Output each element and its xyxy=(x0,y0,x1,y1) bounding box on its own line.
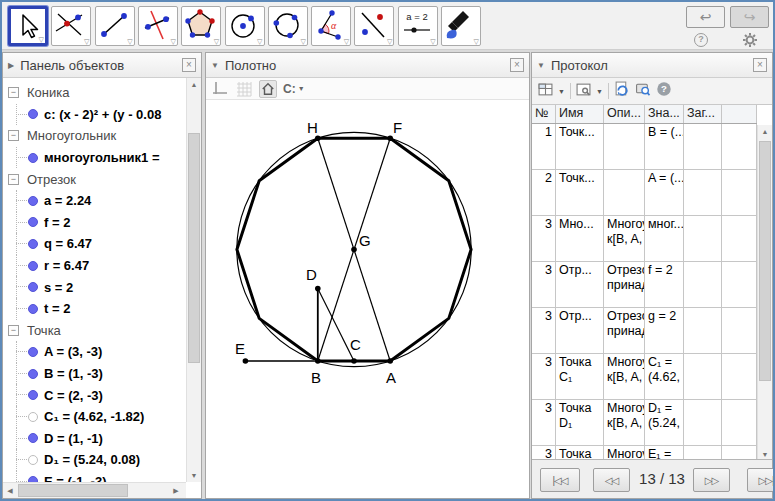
table-row[interactable]: 3Мно...Многоук[B, A,мног... xyxy=(532,216,757,262)
collapse-toggle-icon[interactable]: − xyxy=(8,87,19,98)
tree-item[interactable]: E = (-1, -3) xyxy=(3,471,186,482)
collapse-toggle-icon[interactable]: − xyxy=(8,174,19,185)
help-icon[interactable]: ? xyxy=(694,33,708,47)
tree-item[interactable]: f = 2 xyxy=(3,212,186,234)
visibility-dot[interactable] xyxy=(28,390,38,400)
tree-item[interactable]: B = (1, -3) xyxy=(3,363,186,385)
nav-last-button[interactable]: ▷▷| xyxy=(747,468,775,492)
visibility-dot[interactable] xyxy=(28,347,38,357)
visibility-dot[interactable] xyxy=(28,282,38,292)
tree-item[interactable]: t = 2 xyxy=(3,298,186,320)
tool-angle-button[interactable]: α▽ xyxy=(311,6,351,46)
tool-dropdown-icon[interactable]: ▽ xyxy=(387,38,392,45)
visibility-dot[interactable] xyxy=(28,217,38,227)
visibility-dot[interactable] xyxy=(28,455,38,465)
columns-icon[interactable] xyxy=(538,82,553,101)
redo-button[interactable]: ↪ xyxy=(730,6,769,28)
tree-item[interactable]: r = 6.47 xyxy=(3,255,186,277)
table-row[interactable]: 1Точк...B = (... xyxy=(532,124,757,170)
visibility-dot[interactable] xyxy=(28,369,38,379)
tool-dropdown-icon[interactable]: ▽ xyxy=(127,38,132,45)
grid-icon[interactable] xyxy=(235,80,253,98)
tool-dropdown-icon[interactable]: ▽ xyxy=(474,38,479,45)
vertical-scrollbar[interactable]: ▲ ▼ xyxy=(757,125,772,461)
tool-style-button[interactable]: ▽ xyxy=(441,6,481,46)
tree-category[interactable]: −Коника xyxy=(3,82,186,104)
tool-move-button[interactable]: ▽ xyxy=(8,6,48,46)
table-row[interactable]: 3ТочкаC₁Многоук[B, A,C₁ =(4.62, xyxy=(532,354,757,400)
visibility-dot[interactable] xyxy=(28,433,38,443)
tree-item[interactable]: a = 2.24 xyxy=(3,190,186,212)
point-A[interactable] xyxy=(387,358,393,364)
tool-special-line-button[interactable]: ▽ xyxy=(138,6,178,46)
tree-item[interactable]: D = (1, -1) xyxy=(3,428,186,450)
tool-polygon-button[interactable]: ▽ xyxy=(181,6,221,46)
table-row[interactable]: 2Точк...A = (... xyxy=(532,170,757,216)
visibility-dot[interactable] xyxy=(28,304,38,314)
undo-button[interactable]: ↩ xyxy=(686,6,725,28)
tree-item[interactable]: q = 6.47 xyxy=(3,233,186,255)
tree-item[interactable]: D₁ = (5.24, 0.08) xyxy=(3,449,186,471)
scrollbar-thumb[interactable] xyxy=(188,133,200,363)
home-icon[interactable] xyxy=(259,80,277,98)
refresh-icon[interactable] xyxy=(614,81,630,101)
nav-first-button[interactable]: |◁◁ xyxy=(540,468,580,492)
tool-dropdown-icon[interactable]: ▽ xyxy=(300,38,305,45)
point-E[interactable] xyxy=(243,358,249,364)
visibility-dot[interactable] xyxy=(28,412,38,422)
nav-prev-button[interactable]: ◁◁ xyxy=(593,468,630,492)
visibility-dot[interactable] xyxy=(28,109,38,119)
export-icon[interactable] xyxy=(635,81,651,101)
table-row[interactable]: 3Отр...Отрезопринадg = 2 xyxy=(532,308,757,354)
close-icon[interactable]: × xyxy=(182,58,196,72)
tool-line-button[interactable]: ▽ xyxy=(95,6,135,46)
axes-icon[interactable] xyxy=(211,80,229,98)
point-D[interactable] xyxy=(315,286,321,292)
close-icon[interactable]: × xyxy=(753,58,767,72)
tool-conic-button[interactable]: ▽ xyxy=(268,6,308,46)
tree-item[interactable]: A = (3, -3) xyxy=(3,341,186,363)
tool-dropdown-icon[interactable]: ▽ xyxy=(214,38,219,45)
tool-dropdown-icon[interactable]: ▽ xyxy=(171,38,176,45)
tree-item[interactable]: многоугольник1 = xyxy=(3,147,186,169)
point-capturing-menu[interactable]: C: ▼ xyxy=(283,82,305,96)
close-icon[interactable]: × xyxy=(510,58,524,72)
table-row[interactable]: 3ТочкаD₁Многоук[B, A,D₁ =(5.24, xyxy=(532,400,757,446)
tool-dropdown-icon[interactable]: ▽ xyxy=(430,38,435,45)
tool-dropdown-icon[interactable]: ▽ xyxy=(344,38,349,45)
tool-circle-button[interactable]: ▽ xyxy=(225,6,265,46)
tool-dropdown-icon[interactable]: ▽ xyxy=(39,36,44,43)
tree-item[interactable]: s = 2 xyxy=(3,276,186,298)
protocol-table[interactable]: №ИмяОпи...Зна...Заг...1Точк...B = (...2Т… xyxy=(532,105,757,461)
collapse-toggle-icon[interactable]: − xyxy=(8,325,19,336)
gear-icon[interactable] xyxy=(742,32,758,48)
segment-D-C[interactable] xyxy=(318,289,354,361)
panel-collapse-icon[interactable]: ▼ xyxy=(211,61,219,70)
tool-dropdown-icon[interactable]: ▽ xyxy=(257,38,262,45)
table-row[interactable]: 3Отр...Отрезопринадf = 2 xyxy=(532,262,757,308)
tool-reflect-button[interactable]: ▽ xyxy=(354,6,394,46)
point-H[interactable] xyxy=(315,135,321,141)
scrollbar-thumb[interactable] xyxy=(759,141,771,381)
point-B[interactable] xyxy=(315,358,321,364)
vertical-scrollbar[interactable]: ▲ ▼ xyxy=(186,78,201,482)
chevron-down-icon[interactable]: ▼ xyxy=(596,88,603,95)
visibility-dot[interactable] xyxy=(28,239,38,249)
tree-item[interactable]: C = (2, -3) xyxy=(3,384,186,406)
visibility-dot[interactable] xyxy=(28,261,38,271)
chevron-down-icon[interactable]: ▼ xyxy=(558,88,565,95)
visibility-dot[interactable] xyxy=(28,196,38,206)
options-icon[interactable] xyxy=(576,82,591,101)
tool-dropdown-icon[interactable]: ▽ xyxy=(84,38,89,45)
tree-category[interactable]: −Многоугольник xyxy=(3,125,186,147)
visibility-dot[interactable] xyxy=(28,153,38,163)
tool-point-button[interactable]: ▽ xyxy=(51,6,91,46)
point-C[interactable] xyxy=(351,358,357,364)
point-F[interactable] xyxy=(387,135,393,141)
drawing-area[interactable]: EBCADGHF xyxy=(206,100,529,498)
tree-category[interactable]: −Точка xyxy=(3,320,186,342)
collapse-toggle-icon[interactable]: − xyxy=(8,130,19,141)
panel-collapse-icon[interactable]: ▼ xyxy=(537,61,545,70)
tree-item[interactable]: c: (x - 2)² + (y - 0.08 xyxy=(3,104,186,126)
tool-slider-button[interactable]: a = 2▽ xyxy=(398,6,438,46)
